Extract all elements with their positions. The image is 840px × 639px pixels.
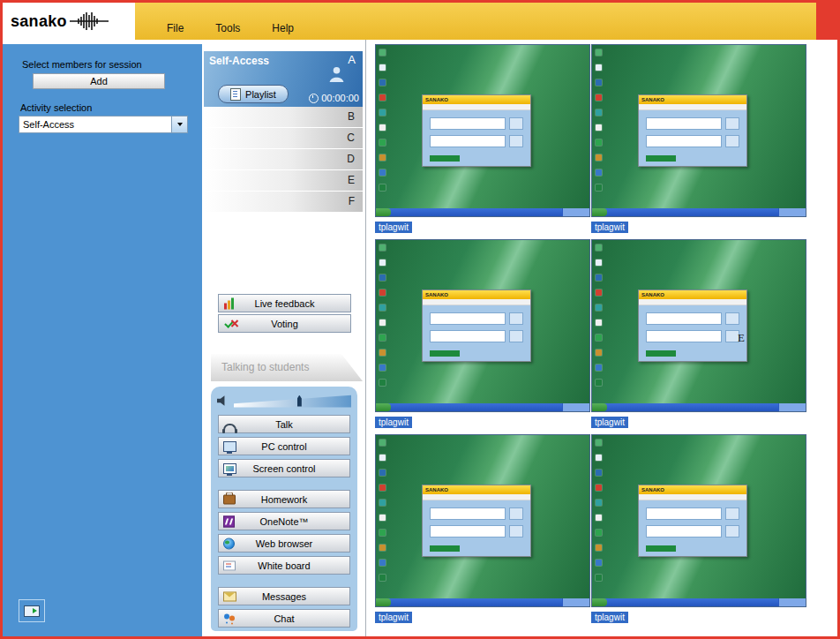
session-row-d[interactable]: D — [204, 149, 363, 169]
desktop-icon — [596, 545, 602, 551]
menu-file[interactable]: File — [167, 22, 184, 34]
desktop-icon — [379, 154, 386, 161]
envelope-icon — [223, 591, 236, 601]
desktop-icon — [379, 320, 386, 326]
desktop-icon — [596, 440, 602, 446]
talk-button[interactable]: Talk — [218, 415, 350, 433]
logo-box: sanako — [3, 3, 135, 40]
screen-share-icon — [24, 605, 40, 617]
student-window-title: SANAKO — [425, 487, 448, 492]
student-window-title: SANAKO — [641, 487, 664, 492]
messages-button[interactable]: Messages — [218, 587, 350, 605]
student-thumbnail-cell: SANAKO tplagwit — [591, 44, 806, 234]
student-screen-thumbnail[interactable]: SANAKO — [375, 434, 590, 607]
header-bar: File Tools Help sanako — [3, 3, 837, 40]
session-row-c[interactable]: C — [204, 128, 363, 148]
volume-slider[interactable] — [234, 395, 351, 408]
activity-select-value: Self-Access — [19, 117, 171, 132]
student-window-button — [509, 312, 523, 325]
desktop-icon — [596, 79, 602, 86]
session-row-e[interactable]: E — [204, 170, 363, 191]
screen-icon — [223, 463, 236, 474]
student-name-label[interactable]: tplagwit — [375, 612, 412, 623]
student-screen-thumbnail[interactable]: SANAKO — [375, 239, 590, 412]
row-letter: B — [348, 110, 355, 123]
student-window-menubar — [423, 494, 530, 500]
desktop-icon — [596, 365, 602, 371]
activity-select[interactable]: Self-Access — [19, 116, 188, 133]
student-window-track-row — [430, 312, 506, 325]
student-app-window: SANAKO — [422, 94, 531, 167]
session-row-f[interactable]: F — [204, 192, 363, 212]
activity-selection-label: Activity selection — [20, 102, 92, 113]
desktop-icon — [379, 530, 386, 536]
system-tray — [562, 403, 589, 411]
desktop-icon — [596, 154, 602, 161]
student-name-label[interactable]: tplagwit — [591, 612, 628, 623]
chat-people-icon — [223, 613, 236, 623]
student-name-label[interactable]: tplagwit — [375, 222, 412, 233]
desktop-icon — [379, 79, 386, 86]
student-window-title: SANAKO — [425, 292, 448, 297]
white-board-button[interactable]: White board — [218, 556, 350, 575]
live-feedback-button[interactable]: Live feedback — [218, 294, 351, 312]
homework-button[interactable]: Homework — [218, 490, 350, 508]
desktop-icon — [596, 350, 602, 356]
student-screen-thumbnail[interactable]: SANAKO — [591, 434, 806, 607]
playlist-button[interactable]: Playlist — [218, 85, 289, 103]
onenote-button[interactable]: OneNote™ — [218, 512, 350, 530]
system-tray — [778, 403, 806, 411]
student-window-body — [639, 500, 746, 556]
student-thumbnail-cell: SANAKO tplagwit — [591, 434, 806, 624]
student-window-status — [646, 155, 676, 162]
volume-handle[interactable] — [297, 395, 302, 407]
select-members-label: Select members for session — [22, 59, 142, 70]
session-panel: Self-Access A 00:00:00 Playlist B C D E … — [202, 40, 366, 636]
student-window-body — [423, 500, 530, 556]
student-screen-thumbnail[interactable]: SANAKO — [375, 44, 590, 217]
chat-label: Chat — [274, 613, 294, 624]
system-tray — [778, 208, 806, 216]
student-icon — [328, 65, 345, 82]
desktop-icon — [596, 124, 602, 131]
desktop-icon — [596, 455, 602, 461]
student-screen-thumbnail[interactable]: SANAKO — [591, 239, 806, 412]
screen-share-button[interactable] — [19, 599, 45, 622]
desktop-icon — [596, 169, 602, 176]
student-window-status — [430, 155, 460, 162]
desktop-icon — [379, 500, 386, 506]
start-button-icon — [376, 403, 391, 411]
menu-tools[interactable]: Tools — [215, 22, 240, 34]
white-board-label: White board — [258, 560, 310, 571]
student-window-body — [639, 305, 746, 361]
menu-help[interactable]: Help — [272, 22, 294, 34]
student-screen-thumbnail[interactable]: SANAKO — [591, 44, 806, 217]
start-button-icon — [376, 598, 391, 606]
desktop-icon — [596, 244, 602, 251]
student-name-label[interactable]: tplagwit — [591, 222, 628, 233]
student-name-label[interactable]: tplagwit — [375, 417, 412, 428]
student-window-titlebar: SANAKO — [423, 290, 530, 299]
student-window-menubar — [639, 494, 746, 500]
web-browser-button[interactable]: Web browser — [218, 534, 350, 553]
student-name-label[interactable]: tplagwit — [591, 417, 628, 428]
voting-button[interactable]: Voting — [218, 314, 351, 333]
desktop-icon — [596, 380, 602, 386]
chat-button[interactable]: Chat — [218, 609, 350, 628]
messages-label: Messages — [262, 591, 306, 602]
session-row-b[interactable]: B — [204, 107, 363, 127]
desktop-icon — [596, 560, 602, 566]
student-window-track-row — [646, 312, 722, 325]
add-button[interactable]: Add — [33, 73, 165, 89]
pc-control-button[interactable]: PC control — [218, 437, 350, 455]
desktop-icon — [379, 184, 386, 191]
desktop-icon — [379, 49, 386, 56]
onenote-label: OneNote™ — [259, 516, 308, 527]
session-a-header[interactable]: Self-Access A 00:00:00 Playlist — [204, 51, 363, 107]
playlist-label: Playlist — [245, 89, 276, 100]
dropdown-button[interactable] — [171, 117, 187, 132]
desktop-icon — [596, 139, 602, 146]
desktop-icon — [379, 470, 386, 476]
student-window-button — [509, 330, 523, 342]
screen-control-button[interactable]: Screen control — [218, 459, 350, 477]
